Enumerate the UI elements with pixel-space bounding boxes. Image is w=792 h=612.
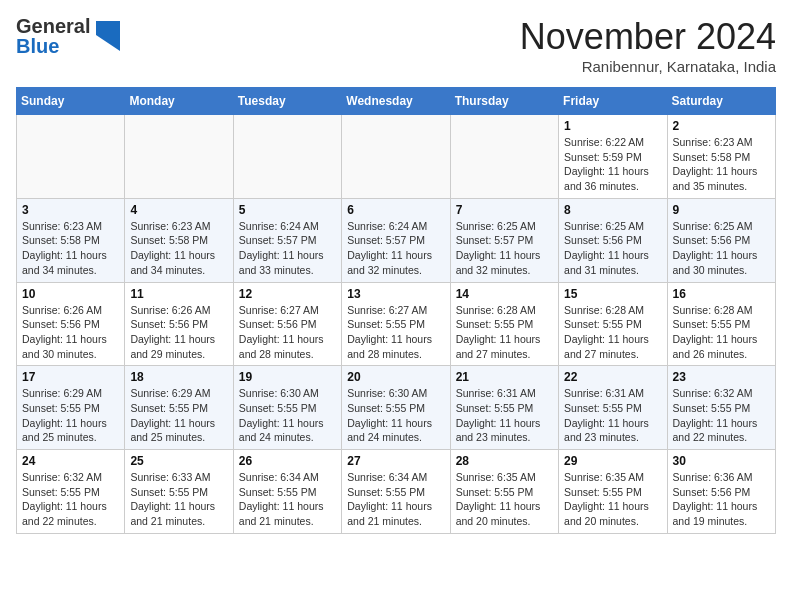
- logo-icon: [92, 17, 120, 55]
- day-info: Sunrise: 6:34 AM Sunset: 5:55 PM Dayligh…: [347, 470, 444, 529]
- calendar-cell: 9Sunrise: 6:25 AM Sunset: 5:56 PM Daylig…: [667, 198, 775, 282]
- day-number: 28: [456, 454, 553, 468]
- calendar-cell: 30Sunrise: 6:36 AM Sunset: 5:56 PM Dayli…: [667, 450, 775, 534]
- day-info: Sunrise: 6:24 AM Sunset: 5:57 PM Dayligh…: [239, 219, 336, 278]
- calendar-cell: 11Sunrise: 6:26 AM Sunset: 5:56 PM Dayli…: [125, 282, 233, 366]
- calendar-week-row: 1Sunrise: 6:22 AM Sunset: 5:59 PM Daylig…: [17, 115, 776, 199]
- day-number: 12: [239, 287, 336, 301]
- page-header: General Blue November 2024 Ranibennur, K…: [16, 16, 776, 75]
- day-number: 16: [673, 287, 770, 301]
- calendar-cell: 28Sunrise: 6:35 AM Sunset: 5:55 PM Dayli…: [450, 450, 558, 534]
- day-info: Sunrise: 6:27 AM Sunset: 5:56 PM Dayligh…: [239, 303, 336, 362]
- calendar-cell: 1Sunrise: 6:22 AM Sunset: 5:59 PM Daylig…: [559, 115, 667, 199]
- calendar-cell: 26Sunrise: 6:34 AM Sunset: 5:55 PM Dayli…: [233, 450, 341, 534]
- calendar-cell: 3Sunrise: 6:23 AM Sunset: 5:58 PM Daylig…: [17, 198, 125, 282]
- calendar-cell: 19Sunrise: 6:30 AM Sunset: 5:55 PM Dayli…: [233, 366, 341, 450]
- day-info: Sunrise: 6:29 AM Sunset: 5:55 PM Dayligh…: [22, 386, 119, 445]
- day-number: 4: [130, 203, 227, 217]
- location: Ranibennur, Karnataka, India: [520, 58, 776, 75]
- day-number: 30: [673, 454, 770, 468]
- day-info: Sunrise: 6:34 AM Sunset: 5:55 PM Dayligh…: [239, 470, 336, 529]
- calendar-cell: 10Sunrise: 6:26 AM Sunset: 5:56 PM Dayli…: [17, 282, 125, 366]
- weekday-header: Sunday: [17, 88, 125, 115]
- day-info: Sunrise: 6:26 AM Sunset: 5:56 PM Dayligh…: [130, 303, 227, 362]
- weekday-header: Wednesday: [342, 88, 450, 115]
- logo-general: General: [16, 16, 90, 36]
- calendar-cell: [17, 115, 125, 199]
- calendar-cell: 6Sunrise: 6:24 AM Sunset: 5:57 PM Daylig…: [342, 198, 450, 282]
- calendar-header: SundayMondayTuesdayWednesdayThursdayFrid…: [17, 88, 776, 115]
- day-info: Sunrise: 6:35 AM Sunset: 5:55 PM Dayligh…: [564, 470, 661, 529]
- day-number: 1: [564, 119, 661, 133]
- calendar-cell: 29Sunrise: 6:35 AM Sunset: 5:55 PM Dayli…: [559, 450, 667, 534]
- day-number: 21: [456, 370, 553, 384]
- day-info: Sunrise: 6:30 AM Sunset: 5:55 PM Dayligh…: [347, 386, 444, 445]
- day-info: Sunrise: 6:24 AM Sunset: 5:57 PM Dayligh…: [347, 219, 444, 278]
- calendar-cell: 5Sunrise: 6:24 AM Sunset: 5:57 PM Daylig…: [233, 198, 341, 282]
- day-number: 29: [564, 454, 661, 468]
- svg-marker-0: [96, 21, 120, 51]
- day-number: 7: [456, 203, 553, 217]
- day-number: 13: [347, 287, 444, 301]
- day-info: Sunrise: 6:28 AM Sunset: 5:55 PM Dayligh…: [456, 303, 553, 362]
- day-info: Sunrise: 6:22 AM Sunset: 5:59 PM Dayligh…: [564, 135, 661, 194]
- day-info: Sunrise: 6:30 AM Sunset: 5:55 PM Dayligh…: [239, 386, 336, 445]
- day-number: 17: [22, 370, 119, 384]
- title-block: November 2024 Ranibennur, Karnataka, Ind…: [520, 16, 776, 75]
- day-info: Sunrise: 6:28 AM Sunset: 5:55 PM Dayligh…: [564, 303, 661, 362]
- day-number: 20: [347, 370, 444, 384]
- calendar-cell: 24Sunrise: 6:32 AM Sunset: 5:55 PM Dayli…: [17, 450, 125, 534]
- day-number: 19: [239, 370, 336, 384]
- calendar-cell: 7Sunrise: 6:25 AM Sunset: 5:57 PM Daylig…: [450, 198, 558, 282]
- calendar-cell: 23Sunrise: 6:32 AM Sunset: 5:55 PM Dayli…: [667, 366, 775, 450]
- day-number: 18: [130, 370, 227, 384]
- day-info: Sunrise: 6:25 AM Sunset: 5:57 PM Dayligh…: [456, 219, 553, 278]
- calendar-cell: 4Sunrise: 6:23 AM Sunset: 5:58 PM Daylig…: [125, 198, 233, 282]
- month-title: November 2024: [520, 16, 776, 58]
- day-info: Sunrise: 6:23 AM Sunset: 5:58 PM Dayligh…: [673, 135, 770, 194]
- day-number: 5: [239, 203, 336, 217]
- day-number: 24: [22, 454, 119, 468]
- day-info: Sunrise: 6:32 AM Sunset: 5:55 PM Dayligh…: [673, 386, 770, 445]
- calendar-cell: [233, 115, 341, 199]
- day-number: 11: [130, 287, 227, 301]
- day-info: Sunrise: 6:27 AM Sunset: 5:55 PM Dayligh…: [347, 303, 444, 362]
- day-info: Sunrise: 6:35 AM Sunset: 5:55 PM Dayligh…: [456, 470, 553, 529]
- weekday-header: Saturday: [667, 88, 775, 115]
- calendar-cell: 27Sunrise: 6:34 AM Sunset: 5:55 PM Dayli…: [342, 450, 450, 534]
- day-info: Sunrise: 6:25 AM Sunset: 5:56 PM Dayligh…: [673, 219, 770, 278]
- calendar-cell: 15Sunrise: 6:28 AM Sunset: 5:55 PM Dayli…: [559, 282, 667, 366]
- day-info: Sunrise: 6:33 AM Sunset: 5:55 PM Dayligh…: [130, 470, 227, 529]
- day-number: 10: [22, 287, 119, 301]
- day-number: 25: [130, 454, 227, 468]
- calendar-cell: 2Sunrise: 6:23 AM Sunset: 5:58 PM Daylig…: [667, 115, 775, 199]
- calendar-week-row: 17Sunrise: 6:29 AM Sunset: 5:55 PM Dayli…: [17, 366, 776, 450]
- calendar-cell: 14Sunrise: 6:28 AM Sunset: 5:55 PM Dayli…: [450, 282, 558, 366]
- day-info: Sunrise: 6:36 AM Sunset: 5:56 PM Dayligh…: [673, 470, 770, 529]
- weekday-header: Thursday: [450, 88, 558, 115]
- day-info: Sunrise: 6:25 AM Sunset: 5:56 PM Dayligh…: [564, 219, 661, 278]
- calendar-week-row: 3Sunrise: 6:23 AM Sunset: 5:58 PM Daylig…: [17, 198, 776, 282]
- day-info: Sunrise: 6:26 AM Sunset: 5:56 PM Dayligh…: [22, 303, 119, 362]
- day-info: Sunrise: 6:32 AM Sunset: 5:55 PM Dayligh…: [22, 470, 119, 529]
- header-row: SundayMondayTuesdayWednesdayThursdayFrid…: [17, 88, 776, 115]
- day-number: 23: [673, 370, 770, 384]
- calendar-cell: 13Sunrise: 6:27 AM Sunset: 5:55 PM Dayli…: [342, 282, 450, 366]
- weekday-header: Monday: [125, 88, 233, 115]
- calendar-cell: 20Sunrise: 6:30 AM Sunset: 5:55 PM Dayli…: [342, 366, 450, 450]
- day-number: 3: [22, 203, 119, 217]
- day-number: 8: [564, 203, 661, 217]
- calendar-cell: 12Sunrise: 6:27 AM Sunset: 5:56 PM Dayli…: [233, 282, 341, 366]
- calendar-cell: 21Sunrise: 6:31 AM Sunset: 5:55 PM Dayli…: [450, 366, 558, 450]
- calendar-cell: 22Sunrise: 6:31 AM Sunset: 5:55 PM Dayli…: [559, 366, 667, 450]
- logo: General Blue: [16, 16, 120, 56]
- calendar-cell: [342, 115, 450, 199]
- weekday-header: Friday: [559, 88, 667, 115]
- day-number: 27: [347, 454, 444, 468]
- calendar-table: SundayMondayTuesdayWednesdayThursdayFrid…: [16, 87, 776, 534]
- calendar-cell: 16Sunrise: 6:28 AM Sunset: 5:55 PM Dayli…: [667, 282, 775, 366]
- day-number: 9: [673, 203, 770, 217]
- calendar-week-row: 10Sunrise: 6:26 AM Sunset: 5:56 PM Dayli…: [17, 282, 776, 366]
- calendar-cell: 25Sunrise: 6:33 AM Sunset: 5:55 PM Dayli…: [125, 450, 233, 534]
- day-number: 22: [564, 370, 661, 384]
